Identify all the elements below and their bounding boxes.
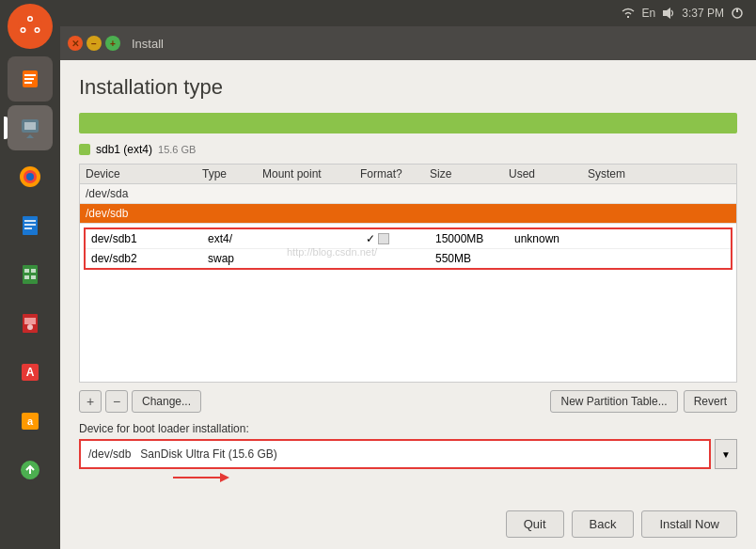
- remove-partition-button[interactable]: −: [105, 390, 128, 413]
- close-button[interactable]: ✕: [68, 36, 83, 51]
- row2-device: dev/sdb2: [91, 252, 204, 265]
- row2-format: [366, 252, 432, 265]
- table-row[interactable]: dev/sdb1 ext4/ ✓ 15000MB unknown: [86, 229, 731, 249]
- volume-icon: [661, 7, 676, 20]
- wifi-icon: [620, 7, 637, 20]
- sidebar-item-text[interactable]: A: [8, 350, 53, 395]
- row1-used: unknown: [514, 232, 590, 245]
- main-window: En 3:37 PM ✕ − + Install Installation ty…: [60, 0, 756, 549]
- partition-rows-container: dev/sdb1 ext4/ ✓ 15000MB unknown dev/sdb…: [84, 227, 732, 270]
- svg-rect-12: [24, 122, 36, 130]
- legend-dot: [79, 144, 90, 155]
- row1-format: ✓: [366, 232, 432, 245]
- install-now-button[interactable]: Install Now: [641, 510, 737, 538]
- minimize-button[interactable]: −: [87, 36, 102, 51]
- add-partition-button[interactable]: +: [79, 390, 102, 413]
- col-format: Format?: [360, 167, 426, 180]
- group-header-sdb[interactable]: /dev/sdb: [80, 204, 736, 224]
- row2-type: swap: [208, 252, 264, 265]
- table-body: dev/sdb1 ext4/ ✓ 15000MB unknown dev/sdb…: [80, 227, 736, 303]
- svg-rect-24: [24, 275, 29, 279]
- row1-type: ext4/: [208, 232, 264, 245]
- partition-bar: [79, 113, 737, 133]
- svg-rect-10: [24, 82, 32, 84]
- lang-indicator: En: [642, 7, 656, 20]
- quit-button[interactable]: Quit: [506, 510, 564, 538]
- page-title: Installation type: [79, 75, 737, 100]
- svg-point-28: [27, 324, 33, 330]
- sidebar: A a: [0, 0, 60, 549]
- col-device: Device: [86, 167, 198, 180]
- sidebar-item-files[interactable]: [8, 56, 53, 102]
- svg-marker-39: [220, 473, 229, 482]
- svg-text:A: A: [26, 366, 35, 379]
- svg-rect-27: [24, 318, 36, 324]
- time-display: 3:37 PM: [682, 7, 724, 20]
- row2-mount: [268, 252, 362, 265]
- svg-rect-22: [24, 269, 29, 273]
- svg-rect-8: [24, 74, 36, 76]
- col-mount: Mount point: [262, 167, 356, 180]
- row2-size: 550MB: [435, 252, 511, 265]
- power-icon: [730, 7, 745, 20]
- ubuntu-logo[interactable]: [8, 4, 53, 49]
- svg-rect-18: [24, 220, 36, 222]
- col-size: Size: [430, 167, 505, 180]
- row1-device: dev/sdb1: [91, 232, 204, 245]
- status-icons: En 3:37 PM: [620, 7, 745, 20]
- boot-loader-select[interactable]: [79, 439, 711, 469]
- sidebar-item-writer[interactable]: [8, 203, 53, 248]
- svg-rect-25: [31, 275, 36, 279]
- svg-marker-13: [26, 134, 34, 138]
- partition-legend: sdb1 (ext4) 15.6 GB: [79, 143, 737, 156]
- topbar: En 3:37 PM: [60, 0, 756, 26]
- svg-rect-23: [31, 269, 36, 273]
- boot-loader-label: Device for boot loader installation:: [79, 422, 737, 435]
- row1-mount: [268, 232, 362, 245]
- svg-point-4: [29, 18, 32, 21]
- row1-size: 15000MB: [435, 232, 511, 245]
- row2-system: [593, 252, 725, 265]
- svg-point-16: [26, 173, 34, 180]
- sidebar-item-amazon[interactable]: a: [8, 399, 53, 444]
- sidebar-item-update[interactable]: [8, 447, 53, 493]
- svg-point-6: [36, 29, 39, 32]
- sidebar-item-firefox[interactable]: [8, 154, 53, 199]
- table-header: Device Type Mount point Format? Size Use…: [80, 165, 736, 184]
- legend-label: sdb1 (ext4): [96, 143, 152, 156]
- sidebar-item-install[interactable]: [8, 105, 53, 150]
- table-row-2[interactable]: dev/sdb2 swap 550MB: [86, 249, 731, 268]
- content-area: Installation type sdb1 (ext4) 15.6 GB De…: [60, 60, 756, 549]
- row1-system: [593, 232, 725, 245]
- svg-point-5: [22, 29, 24, 32]
- svg-marker-35: [663, 8, 670, 19]
- boot-select-container: ▼: [79, 439, 737, 469]
- back-button[interactable]: Back: [572, 510, 635, 538]
- new-partition-table-button[interactable]: New Partition Table...: [550, 390, 677, 413]
- boot-dropdown-arrow[interactable]: ▼: [715, 439, 737, 469]
- sidebar-item-impress[interactable]: [8, 301, 53, 346]
- partition-table: Device Type Mount point Format? Size Use…: [79, 164, 737, 383]
- toolbar: + − Change... New Partition Table... Rev…: [79, 390, 737, 413]
- row2-used: [514, 252, 590, 265]
- dialog-title: Install: [132, 37, 164, 51]
- window-controls: ✕ − +: [68, 36, 120, 51]
- partition-bar-container: [79, 113, 737, 133]
- bottom-bar: Quit Back Install Now: [79, 507, 737, 538]
- sidebar-item-calc[interactable]: [8, 252, 53, 297]
- maximize-button[interactable]: +: [105, 36, 120, 51]
- title-bar: ✕ − + Install: [60, 26, 756, 60]
- arrow-indicator: [173, 468, 229, 490]
- change-button[interactable]: Change...: [132, 390, 201, 413]
- svg-text:a: a: [27, 416, 34, 427]
- legend-size: 15.6 GB: [158, 144, 196, 155]
- group-header-sda[interactable]: /dev/sda: [80, 184, 736, 204]
- svg-rect-20: [24, 227, 32, 229]
- boot-loader-section: Device for boot loader installation: ▼: [79, 422, 737, 480]
- toolbar-right: New Partition Table... Revert: [550, 390, 737, 413]
- revert-button[interactable]: Revert: [684, 390, 737, 413]
- svg-rect-19: [24, 224, 36, 226]
- col-used: Used: [509, 167, 584, 180]
- svg-rect-9: [24, 78, 34, 80]
- col-type: Type: [202, 167, 259, 180]
